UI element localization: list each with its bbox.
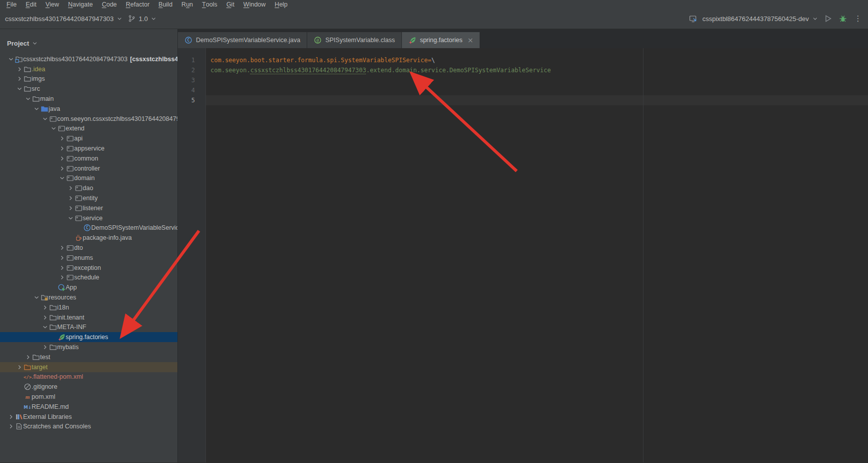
tab-spring-factories[interactable]: spring.factories×: [402, 32, 481, 48]
chevron-right-icon[interactable]: [41, 344, 49, 351]
chevron-down-icon[interactable]: [50, 125, 58, 132]
chevron-right-icon[interactable]: [58, 244, 66, 251]
tree-row-flattened-pom-xml[interactable]: </>.flattened-pom.xml: [0, 372, 177, 382]
chevron-down-icon[interactable]: [7, 56, 15, 63]
tree-row-pom-xml[interactable]: mpom.xml: [0, 392, 177, 402]
run-button-icon[interactable]: [823, 14, 833, 24]
chevron-down-icon[interactable]: [67, 215, 75, 222]
editor-gutter[interactable]: 12345: [178, 48, 206, 462]
tree-row-imgs[interactable]: imgs: [0, 74, 177, 84]
tree-row-target[interactable]: target: [0, 362, 177, 372]
tree-row-gitignore[interactable]: .gitignore: [0, 382, 177, 392]
debug-button-icon[interactable]: [838, 14, 848, 24]
menu-item-edit[interactable]: Edit: [21, 0, 41, 9]
tree-row-dto[interactable]: dto: [0, 243, 177, 253]
chevron-down-icon[interactable]: [58, 175, 66, 182]
chevron-right-icon[interactable]: [16, 75, 24, 82]
chevron-right-icon[interactable]: [16, 66, 24, 73]
chevron-right-icon[interactable]: [41, 304, 49, 311]
chevron-right-icon[interactable]: [58, 274, 66, 281]
tree-row-resources[interactable]: resources: [0, 292, 177, 302]
chevron-right-icon[interactable]: [58, 254, 66, 261]
chevron-down-icon[interactable]: [41, 324, 49, 331]
close-icon[interactable]: ×: [468, 37, 474, 44]
editor[interactable]: 12345 com.seeyon.boot.starter.formula.sp…: [178, 48, 868, 462]
chevron-right-icon[interactable]: [58, 155, 66, 162]
menu-item-refactor[interactable]: Refactor: [121, 0, 154, 9]
tree-row-enums[interactable]: enums: [0, 253, 177, 263]
menu-item-help[interactable]: Help: [270, 0, 292, 9]
tree-row-java[interactable]: java: [0, 104, 177, 114]
chevron-right-icon[interactable]: [58, 165, 66, 172]
tree-row-idea[interactable]: .idea: [0, 64, 177, 74]
menu-item-navigate[interactable]: Navigate: [64, 0, 97, 9]
chevron-right-icon[interactable]: [24, 354, 32, 361]
chevron-right-icon[interactable]: [7, 413, 15, 420]
tree-row-controller[interactable]: controller: [0, 164, 177, 174]
tree-row-service[interactable]: service: [0, 213, 177, 223]
tree-row-domain[interactable]: domain: [0, 174, 177, 184]
tree-row-src[interactable]: src: [0, 84, 177, 94]
menu-item-code[interactable]: Code: [97, 0, 121, 9]
chevron-down-icon[interactable]: [16, 85, 24, 92]
menu-item-run[interactable]: Run: [177, 0, 197, 9]
chevron-down-icon[interactable]: [33, 294, 41, 301]
tree-row-demospisystemvariableservice[interactable]: CDemoSPISystemVariableService: [0, 223, 177, 233]
tree-row-appservice[interactable]: appservice: [0, 143, 177, 153]
project-selector-label: cssxstczhlbss4301764420847947303: [5, 15, 114, 23]
tab-demospisystemvariableservice-java[interactable]: CDemoSPISystemVariableService.java: [178, 32, 307, 48]
chevron-right-icon[interactable]: [7, 423, 15, 430]
branch-selector[interactable]: 1.0: [128, 15, 157, 23]
menu-item-file[interactable]: File: [2, 0, 21, 9]
project-tree: cssxstczhlbss4301764420847947303[cssxstc…: [0, 50, 177, 462]
tree-row-common[interactable]: common: [0, 153, 177, 164]
chevron-right-icon[interactable]: [58, 145, 66, 152]
tab-spisystemvariable-class[interactable]: @SPISystemVariable.class: [307, 32, 402, 48]
tree-row-dao[interactable]: dao: [0, 183, 177, 193]
tree-row-extend[interactable]: extend: [0, 124, 177, 134]
package-icon: [58, 124, 66, 132]
chevron-right-icon[interactable]: [67, 185, 75, 192]
tree-row-i18n[interactable]: i18n: [0, 302, 177, 313]
menu-item-view[interactable]: View: [41, 0, 64, 9]
tree-row-main[interactable]: main: [0, 94, 177, 104]
project-selector[interactable]: cssxstczhlbss4301764420847947303: [5, 15, 123, 23]
chevron-right-icon[interactable]: [16, 364, 24, 371]
tree-row-app[interactable]: App: [0, 282, 177, 292]
menu-item-git[interactable]: Git: [222, 0, 239, 9]
tree-item-label: App: [66, 284, 77, 291]
menu-item-tools[interactable]: Tools: [197, 0, 222, 9]
menu-item-window[interactable]: Window: [239, 0, 270, 9]
chevron-right-icon[interactable]: [58, 135, 66, 142]
tree-row-schedule[interactable]: schedule: [0, 273, 177, 283]
chevron-down-icon[interactable]: [33, 105, 41, 112]
folder-icon: [24, 65, 32, 73]
tree-row-api[interactable]: api: [0, 133, 177, 143]
tree-row-mybatis[interactable]: mybatis: [0, 342, 177, 352]
menu-item-build[interactable]: Build: [154, 0, 177, 9]
run-config-label: csspixtbl8647624443787560425-dev: [702, 15, 809, 23]
tree-row-listener[interactable]: listener: [0, 203, 177, 213]
tree-row-test[interactable]: test: [0, 352, 177, 362]
tree-row-scratches-and-consoles[interactable]: Scratches and Consoles: [0, 421, 177, 431]
more-options-icon[interactable]: ⋮: [853, 14, 863, 24]
run-config-selector[interactable]: csspixtbl8647624443787560425-dev: [702, 15, 818, 23]
tree-row-entity[interactable]: entity: [0, 193, 177, 203]
tree-row-cssxstczhlbss4301764420847947303[interactable]: cssxstczhlbss4301764420847947303[cssxstc…: [0, 54, 177, 64]
project-panel-header[interactable]: Project: [0, 29, 177, 50]
tree-row-package-info-java[interactable]: package-info.java: [0, 233, 177, 243]
tree-row-external-libraries[interactable]: External Libraries: [0, 412, 177, 422]
chevron-right-icon[interactable]: [58, 264, 66, 271]
chevron-down-icon[interactable]: [41, 115, 49, 122]
tree-row-com-seeyon-cssxstczhlbss4301764420847947303[interactable]: com.seeyon.cssxstczhlbss4301764420847947…: [0, 114, 177, 124]
tree-row-exception[interactable]: exception: [0, 263, 177, 273]
chevron-right-icon[interactable]: [67, 205, 75, 212]
tree-item-label: main: [40, 95, 54, 102]
chevron-right-icon[interactable]: [67, 195, 75, 202]
tree-row-spring-factories[interactable]: spring.factories: [0, 332, 177, 342]
chevron-down-icon[interactable]: [24, 95, 32, 102]
tree-row-meta-inf[interactable]: META-INF: [0, 323, 177, 333]
chevron-right-icon[interactable]: [41, 314, 49, 321]
tree-row-init-tenant[interactable]: init.tenant: [0, 313, 177, 323]
tree-row-readme-md[interactable]: M↓README.md: [0, 402, 177, 412]
